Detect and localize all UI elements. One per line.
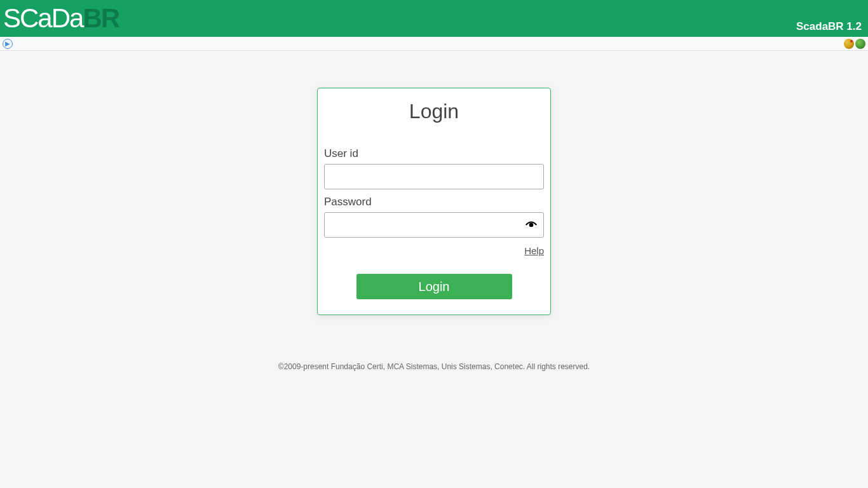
user-id-input[interactable] <box>324 164 544 189</box>
version-label: ScadaBR 1.2 <box>796 20 862 37</box>
login-card: Login User id Password Help Login <box>317 88 551 315</box>
logo-text-scada: SCaDa <box>3 3 83 33</box>
svg-point-0 <box>529 223 534 227</box>
copyright-text: ©2009-present Fundação Certi, MCA Sistem… <box>278 362 590 371</box>
password-input[interactable] <box>324 212 544 238</box>
help-link[interactable]: Help <box>324 245 544 256</box>
logo: SCaDaBR <box>3 5 119 32</box>
toolbar: ▶ <box>0 37 868 51</box>
palette-icon[interactable] <box>844 39 854 49</box>
password-wrapper <box>324 212 544 238</box>
logo-text-br: BR <box>83 3 119 33</box>
password-group: Password <box>324 196 544 238</box>
show-password-icon[interactable] <box>525 219 538 231</box>
globe-icon[interactable] <box>855 39 865 49</box>
play-icon[interactable]: ▶ <box>3 39 13 49</box>
main-content: Login User id Password Help Login <box>0 51 868 315</box>
login-button[interactable]: Login <box>356 274 512 299</box>
header: SCaDaBR ScadaBR 1.2 <box>0 0 868 37</box>
user-id-label: User id <box>324 147 544 160</box>
login-title: Login <box>324 100 544 123</box>
user-id-group: User id <box>324 147 544 189</box>
toolbar-left: ▶ <box>3 39 13 49</box>
toolbar-right <box>844 39 865 49</box>
footer: ©2009-present Fundação Certi, MCA Sistem… <box>0 362 868 371</box>
password-label: Password <box>324 196 544 208</box>
